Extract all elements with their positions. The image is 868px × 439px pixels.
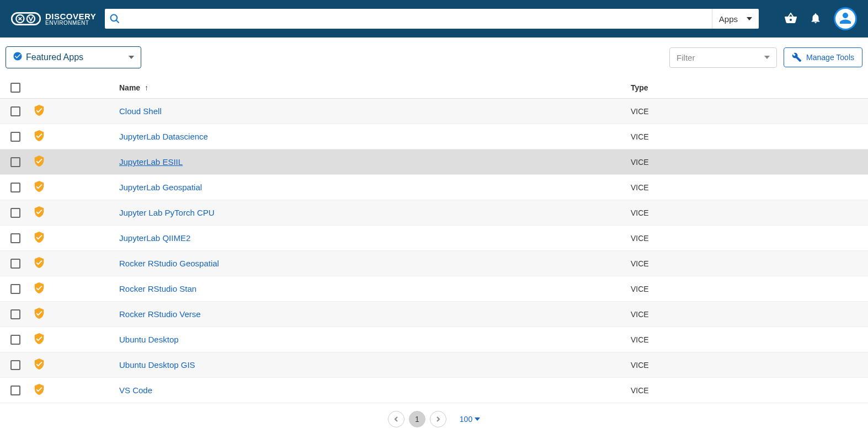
- manage-tools-label: Manage Tools: [806, 53, 854, 62]
- chevron-down-icon: [129, 56, 134, 59]
- column-header-type[interactable]: Type: [631, 83, 868, 92]
- app-name-link[interactable]: JupyterLab ESIIL: [119, 157, 183, 167]
- row-checkbox[interactable]: [10, 335, 20, 345]
- app-name-link[interactable]: Ubuntu Desktop GIS: [119, 360, 195, 370]
- row-checkbox[interactable]: [10, 309, 20, 319]
- row-checkbox[interactable]: [10, 284, 20, 294]
- bell-icon[interactable]: [810, 12, 822, 26]
- table-body: Cloud Shell VICE JupyterLab Datascience …: [0, 99, 868, 403]
- next-page-button[interactable]: [430, 411, 446, 427]
- certified-shield-icon: [33, 185, 45, 194]
- app-type-label: VICE: [631, 361, 649, 370]
- page-size-select[interactable]: 100: [460, 415, 480, 424]
- user-avatar[interactable]: [834, 7, 857, 30]
- row-checkbox[interactable]: [10, 132, 20, 142]
- certified-shield-icon: [33, 363, 45, 372]
- header-actions: [784, 7, 857, 30]
- app-name-link[interactable]: Rocker RStudio Stan: [119, 284, 196, 293]
- category-select[interactable]: Featured Apps: [6, 46, 141, 68]
- certified-shield-icon: [33, 160, 45, 169]
- certified-shield-icon: [33, 261, 45, 270]
- logo-text-top: DISCOVERY: [45, 12, 96, 20]
- app-name-link[interactable]: Rocker RStudio Geospatial: [119, 259, 219, 268]
- table-row[interactable]: Ubuntu Desktop VICE: [0, 327, 868, 352]
- svg-line-6: [116, 20, 119, 23]
- filter-placeholder: Filter: [677, 53, 695, 62]
- row-checkbox[interactable]: [10, 183, 20, 192]
- apps-table: Name ↑ Type Cloud Shell VICE JupyterLab …: [0, 77, 868, 403]
- chevron-down-icon: [747, 17, 752, 20]
- table-row[interactable]: Ubuntu Desktop GIS VICE: [0, 352, 868, 378]
- search-input[interactable]: [125, 9, 712, 29]
- certified-shield-icon: [33, 211, 45, 220]
- app-type-label: VICE: [631, 208, 649, 217]
- app-name-link[interactable]: Ubuntu Desktop: [119, 335, 179, 344]
- logo[interactable]: DISCOVERY ENVIRONMENT: [11, 10, 96, 28]
- select-all-checkbox[interactable]: [10, 83, 20, 93]
- filter-select[interactable]: Filter: [669, 47, 777, 68]
- certified-shield-icon: [33, 287, 45, 296]
- table-row[interactable]: Rocker RStudio Stan VICE: [0, 276, 868, 302]
- app-name-link[interactable]: JupyterLab QIIME2: [119, 233, 190, 243]
- row-checkbox[interactable]: [10, 386, 20, 395]
- app-type-label: VICE: [631, 259, 649, 268]
- table-header: Name ↑ Type: [0, 77, 868, 99]
- app-type-label: VICE: [631, 310, 649, 319]
- app-type-label: VICE: [631, 234, 649, 243]
- table-row[interactable]: Jupyter Lab PyTorch CPU VICE: [0, 200, 868, 226]
- table-row[interactable]: JupyterLab ESIIL VICE: [0, 149, 868, 175]
- certified-shield-icon: [33, 312, 45, 321]
- app-name-link[interactable]: Cloud Shell: [119, 106, 162, 116]
- row-checkbox[interactable]: [10, 157, 20, 167]
- table-row[interactable]: JupyterLab Datascience VICE: [0, 124, 868, 149]
- certified-shield-icon: [33, 338, 45, 346]
- logo-text-bottom: ENVIRONMENT: [45, 20, 96, 26]
- app-type-label: VICE: [631, 107, 649, 116]
- certified-shield-icon: [33, 388, 45, 397]
- table-row[interactable]: Cloud Shell VICE: [0, 99, 868, 124]
- prev-page-button[interactable]: [388, 411, 404, 427]
- row-checkbox[interactable]: [10, 106, 20, 116]
- app-name-link[interactable]: VS Code: [119, 386, 152, 395]
- app-name-link[interactable]: JupyterLab Datascience: [119, 132, 208, 141]
- table-row[interactable]: Rocker RStudio Geospatial VICE: [0, 251, 868, 276]
- certified-shield-icon: [33, 236, 45, 245]
- row-checkbox[interactable]: [10, 360, 20, 370]
- app-type-label: VICE: [631, 386, 649, 395]
- certified-shield-icon: [33, 135, 45, 143]
- row-checkbox[interactable]: [10, 259, 20, 269]
- app-type-label: VICE: [631, 183, 649, 192]
- app-type-label: VICE: [631, 132, 649, 141]
- app-name-link[interactable]: Jupyter Lab PyTorch CPU: [119, 208, 215, 217]
- svg-point-5: [111, 15, 118, 22]
- app-name-link[interactable]: JupyterLab Geospatial: [119, 183, 202, 192]
- search-type-label: Apps: [719, 14, 738, 24]
- search-icon[interactable]: [105, 13, 125, 24]
- search-bar: Apps: [105, 9, 759, 29]
- category-label: Featured Apps: [26, 52, 83, 62]
- table-row[interactable]: Rocker RStudio Verse VICE: [0, 302, 868, 327]
- toolbar: Featured Apps Filter Manage Tools: [0, 38, 868, 77]
- person-icon: [837, 10, 854, 28]
- table-row[interactable]: JupyterLab Geospatial VICE: [0, 175, 868, 200]
- app-name-link[interactable]: Rocker RStudio Verse: [119, 309, 201, 319]
- search-type-select[interactable]: Apps: [712, 9, 759, 29]
- page-number-button[interactable]: 1: [409, 411, 425, 427]
- app-type-label: VICE: [631, 335, 649, 344]
- basket-icon[interactable]: [784, 12, 797, 26]
- logo-goggles-icon: [11, 10, 41, 28]
- table-row[interactable]: VS Code VICE: [0, 378, 868, 403]
- table-row[interactable]: JupyterLab QIIME2 VICE: [0, 226, 868, 251]
- verified-icon: [13, 51, 23, 63]
- column-header-name[interactable]: Name ↑: [119, 83, 631, 92]
- chevron-down-icon: [475, 417, 480, 421]
- app-type-label: VICE: [631, 285, 649, 293]
- app-type-label: VICE: [631, 158, 649, 167]
- row-checkbox[interactable]: [10, 208, 20, 218]
- pagination: 1 100: [0, 403, 868, 435]
- manage-tools-button[interactable]: Manage Tools: [784, 47, 862, 67]
- row-checkbox[interactable]: [10, 233, 20, 243]
- chevron-down-icon: [764, 56, 770, 59]
- sort-ascending-icon: ↑: [145, 83, 148, 92]
- certified-shield-icon: [33, 109, 45, 118]
